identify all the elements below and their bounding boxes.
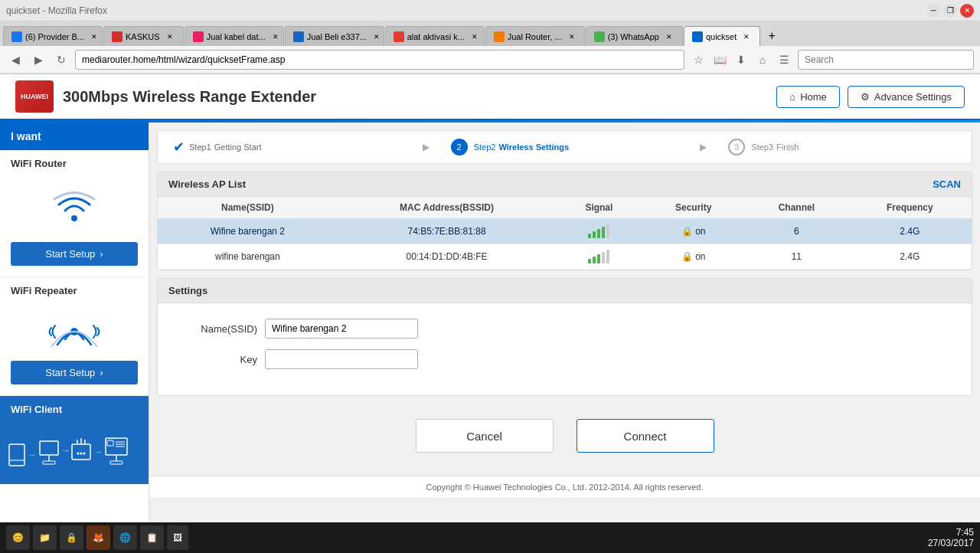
wifi-client-label: WiFi Client <box>0 396 149 423</box>
sidebar-item-wifi-client[interactable]: WiFi Client → → <box>0 396 149 485</box>
key-row: Key <box>181 349 949 369</box>
tab-close[interactable]: ✕ <box>567 31 577 42</box>
tab-label: KASKUS <box>126 32 160 41</box>
tab-kabel[interactable]: Jual kabel dat... ✕ <box>185 26 284 46</box>
col-security: Security <box>642 197 745 219</box>
tab-close[interactable]: ✕ <box>165 31 175 42</box>
ap-table-row[interactable]: wifine barengan 00:14:D1:DD:4B:FE <box>158 244 972 270</box>
wifi-repeater-label: WiFi Repeater <box>0 277 149 304</box>
scan-button[interactable]: SCAN <box>933 178 961 190</box>
browser-chrome: quickset - Mozilla Firefox ─ ❐ ✕ (6) Pro… <box>0 0 980 74</box>
svg-text:→: → <box>93 447 103 457</box>
tab-favicon <box>494 31 505 42</box>
tab-favicon <box>193 31 204 42</box>
address-bar[interactable] <box>75 50 684 70</box>
tab-kaskus[interactable]: KASKUS ✕ <box>103 26 184 46</box>
download-button[interactable]: ⬇ <box>732 51 750 69</box>
taskbar-time: 7:45 <box>928 527 974 538</box>
wifi-repeater-start-btn[interactable]: Start Setup › <box>11 361 138 384</box>
tab-label: Jual Router, ... <box>508 32 562 41</box>
bookmark-star-button[interactable]: ☆ <box>689 51 707 69</box>
col-name: Name(SSID) <box>158 197 338 219</box>
connect-button[interactable]: Connect <box>577 419 714 453</box>
taskbar-time-display: 7:45 27/03/2017 <box>928 527 974 548</box>
svg-text:→: → <box>61 445 70 456</box>
tab-close[interactable]: ✕ <box>741 31 752 42</box>
settings-header: Settings <box>158 279 972 303</box>
ap-frequency: 2.4G <box>848 244 972 270</box>
tab-close[interactable]: ✕ <box>89 31 100 42</box>
svg-point-0 <box>71 215 77 221</box>
bookmark-button[interactable]: 📖 <box>710 51 729 69</box>
minimize-button[interactable]: ─ <box>926 4 940 18</box>
tab-close[interactable]: ✕ <box>664 31 675 42</box>
home-nav-button[interactable]: ⌂ <box>753 51 772 69</box>
tab-close[interactable]: ✕ <box>270 31 281 42</box>
tab-alat[interactable]: alat aktivasi k... ✕ <box>385 26 485 46</box>
tab-favicon <box>692 31 703 42</box>
step2-prefix: Step2 <box>474 142 496 152</box>
tab-label: alat aktivasi k... <box>407 32 465 41</box>
step2-num: 2 <box>451 139 468 155</box>
name-ssid-label: Name(SSID) <box>181 323 257 335</box>
taskbar-smiley[interactable]: 😊 <box>6 525 30 550</box>
tab-close[interactable]: ✕ <box>469 31 480 42</box>
wifi-router-label: WiFi Router <box>0 150 149 177</box>
window-title: quickset - Mozilla Firefox <box>6 5 107 16</box>
wireless-ap-list-title: Wireless AP List <box>168 178 246 190</box>
advance-settings-button[interactable]: ⚙ Advance Settings <box>848 86 965 108</box>
cancel-button[interactable]: Cancel <box>416 419 554 453</box>
wifi-router-start-btn[interactable]: Start Setup › <box>11 242 138 266</box>
col-channel: Channel <box>745 197 848 219</box>
tab-quickset[interactable]: quickset ✕ <box>684 26 760 46</box>
taskbar-files[interactable]: 📁 <box>33 525 57 550</box>
menu-button[interactable]: ☰ <box>775 51 793 69</box>
name-ssid-input[interactable] <box>265 319 418 339</box>
close-button[interactable]: ✕ <box>960 4 974 18</box>
ap-name: Wifine barengan 2 <box>158 219 338 244</box>
search-input[interactable] <box>798 50 974 70</box>
ap-frequency: 2.4G <box>848 219 972 244</box>
taskbar-image[interactable]: 🖼 <box>167 525 188 550</box>
svg-rect-7 <box>43 461 55 464</box>
main-content: ✔ Step1 Getting Start ▶ 2 Step2 Wireless… <box>149 123 980 553</box>
ap-security: 🔒 on <box>642 244 745 270</box>
maximize-button[interactable]: ❐ <box>943 4 957 18</box>
step1-arrow-icon: ▶ <box>416 142 436 152</box>
taskbar-app[interactable]: 📋 <box>140 525 164 550</box>
huawei-logo: HUAWEI <box>15 80 54 113</box>
taskbar-lock[interactable]: 🔒 <box>60 525 83 550</box>
svg-point-14 <box>80 453 83 455</box>
wifi-router-icon <box>51 189 97 234</box>
home-button[interactable]: ⌂ Home <box>776 86 840 108</box>
tab-whatsapp[interactable]: (3) WhatsApp ✕ <box>586 26 683 46</box>
key-input[interactable] <box>265 349 418 369</box>
signal-bars-icon <box>564 224 634 238</box>
sidebar-item-wifi-router[interactable]: WiFi Router Start Setup › <box>0 150 149 277</box>
new-tab-button[interactable]: + <box>761 26 782 46</box>
forward-button[interactable]: ▶ <box>29 51 47 69</box>
home-icon: ⌂ <box>789 91 795 103</box>
ap-mac: 74:B5:7E:BB:81:88 <box>338 219 557 244</box>
window-controls: ─ ❐ ✕ <box>926 4 974 18</box>
settings-section: Settings Name(SSID) Key <box>157 278 972 396</box>
step3-prefix: Step3 <box>751 142 773 152</box>
sidebar: I want WiFi Router <box>0 123 149 553</box>
step3-label: Finish <box>776 142 799 152</box>
taskbar-firefox[interactable]: 🦊 <box>87 525 110 550</box>
wifi-repeater-icon-area <box>0 304 149 361</box>
ap-table-header-row: Name(SSID) MAC Address(BSSID) Signal Sec… <box>158 197 972 219</box>
ap-table-row[interactable]: Wifine barengan 2 74:B5:7E:BB:81:88 <box>158 219 972 244</box>
taskbar-chrome[interactable]: 🌐 <box>113 525 137 550</box>
back-button[interactable]: ◀ <box>6 51 24 69</box>
tab-jual-beli[interactable]: Jual Beli e337... ✕ <box>285 26 384 46</box>
tab-router[interactable]: Jual Router, ... ✕ <box>485 26 585 46</box>
tab-favicon <box>112 31 122 42</box>
page: HUAWEI 300Mbps Wireless Range Extender ⌂… <box>0 74 980 553</box>
tab-provider[interactable]: (6) Provider B... ✕ <box>3 26 103 46</box>
refresh-button[interactable]: ↻ <box>52 51 70 69</box>
tab-close[interactable]: ✕ <box>371 31 382 42</box>
bar5 <box>606 250 609 263</box>
sidebar-item-wifi-repeater[interactable]: WiFi Repeater <box>0 277 149 396</box>
svg-point-15 <box>83 453 86 455</box>
